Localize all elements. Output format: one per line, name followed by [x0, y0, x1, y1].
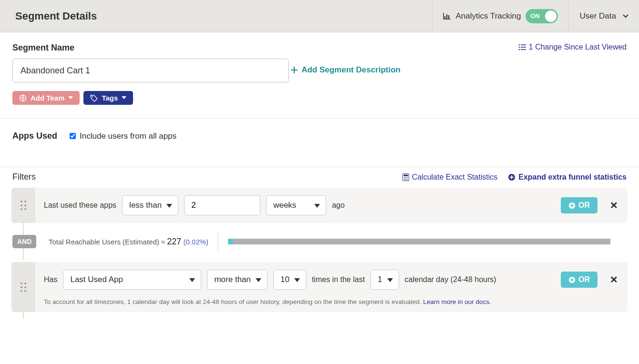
svg-point-3 — [519, 44, 520, 46]
svg-point-18 — [407, 179, 408, 180]
svg-point-15 — [407, 177, 408, 178]
plus-circle-icon — [568, 276, 576, 283]
svg-rect-12 — [403, 174, 408, 176]
filter2-operator-select[interactable]: more than — [207, 270, 268, 290]
expand-stats-link[interactable]: Expand extra funnel statistics — [508, 173, 627, 182]
svg-rect-0 — [444, 16, 445, 19]
filter-row-1: Last used these apps less than weeks ago… — [11, 188, 628, 223]
plus-circle-icon — [568, 202, 576, 209]
plus-icon — [291, 67, 298, 73]
plus-circle-icon — [508, 173, 515, 181]
svg-point-17 — [405, 179, 406, 180]
include-all-apps-field[interactable]: Include users from all apps — [70, 131, 176, 141]
calculator-icon — [402, 173, 409, 181]
apps-used-section: Apps Used Include users from all apps — [0, 119, 639, 153]
analytics-toggle[interactable]: ON — [526, 9, 558, 23]
add-or-button[interactable]: OR — [561, 197, 598, 213]
svg-rect-4 — [521, 44, 526, 45]
filter2-value-select[interactable]: 10 — [273, 270, 306, 290]
tag-icon — [90, 94, 98, 102]
add-team-button[interactable]: Add Team — [12, 91, 80, 105]
expand-stats-label: Expand extra funnel statistics — [518, 173, 627, 182]
calculate-stats-label: Calculate Exact Statistics — [412, 173, 498, 182]
add-team-label: Add Team — [31, 94, 64, 102]
drag-handle[interactable] — [11, 188, 35, 223]
filters-area: Last used these apps less than weeks ago… — [0, 188, 639, 328]
top-bar-right: Analytics Tracking ON User Data — [432, 0, 639, 32]
top-bar: Segment Details Analytics Tracking ON Us… — [0, 0, 639, 32]
svg-point-5 — [519, 47, 520, 48]
stat-value: 227 — [167, 237, 181, 246]
globe-icon — [19, 94, 27, 102]
segment-name-input[interactable] — [12, 59, 289, 82]
tags-button[interactable]: Tags — [83, 91, 133, 105]
filter2-lead: Has — [44, 275, 57, 284]
filter2-trail1: times in the last — [312, 275, 365, 284]
or-label: OR — [578, 201, 590, 210]
svg-rect-8 — [521, 49, 526, 50]
svg-rect-1 — [446, 14, 447, 19]
caret-down-icon — [122, 96, 126, 100]
svg-point-7 — [519, 49, 520, 51]
caret-down-icon — [68, 96, 73, 100]
filter-row-2: Has Last Used App more than 10 times in … — [11, 262, 628, 312]
svg-point-13 — [404, 177, 405, 178]
learn-more-link[interactable]: Learn more in our docs. — [423, 298, 491, 305]
reach-bar — [228, 239, 610, 244]
toggle-knob — [545, 10, 557, 22]
filter1-value-input[interactable] — [184, 195, 260, 215]
or-label: OR — [578, 275, 590, 284]
tags-label: Tags — [102, 94, 118, 102]
svg-rect-6 — [521, 47, 526, 48]
user-data-dropdown[interactable]: User Data — [568, 0, 639, 32]
filter1-trail: ago — [332, 201, 345, 210]
drag-handle[interactable] — [11, 262, 35, 312]
svg-point-10 — [92, 96, 93, 97]
list-icon — [518, 44, 526, 51]
segment-name-label: Segment Name — [12, 43, 74, 53]
reach-bar-fill — [228, 239, 233, 244]
stat-pct: (0.02%) — [184, 238, 209, 246]
and-connector: AND Total Reachable Users (Estimated) ≈ … — [11, 223, 628, 260]
segment-name-section: Segment Name 1 Change Since Last Viewed … — [0, 32, 639, 105]
chart-icon — [443, 13, 451, 20]
filters-title: Filters — [12, 172, 402, 182]
chevron-down-icon — [623, 14, 629, 18]
changes-link-text: 1 Change Since Last Viewed — [529, 43, 627, 51]
filter2-note: To account for all timezones, 1 calendar… — [44, 298, 619, 305]
filter2-days-select[interactable]: 1 — [371, 270, 399, 290]
svg-rect-2 — [448, 15, 449, 19]
remove-filter-button[interactable]: ✕ — [603, 200, 619, 211]
connector-tail — [11, 312, 628, 319]
page-title: Segment Details — [0, 10, 432, 22]
add-description-label: Add Segment Description — [301, 65, 401, 75]
include-all-apps-checkbox[interactable] — [70, 133, 76, 139]
apps-used-label: Apps Used — [12, 131, 57, 141]
filters-header: Filters Calculate Exact Statistics Expan… — [0, 167, 639, 186]
analytics-tracking-label: Analytics Tracking — [455, 11, 521, 21]
filter1-lead: Last used these apps — [44, 201, 116, 210]
filter2-event-select[interactable]: Last Used App — [63, 270, 201, 290]
remove-filter-button[interactable]: ✕ — [603, 274, 619, 285]
calculate-stats-link[interactable]: Calculate Exact Statistics — [402, 173, 498, 182]
analytics-tracking-cell: Analytics Tracking ON — [432, 0, 568, 32]
filter1-unit-select[interactable]: weeks — [266, 195, 326, 215]
svg-point-16 — [404, 179, 405, 180]
stat-lead: Total Reachable Users (Estimated) ≈ 227 … — [49, 237, 208, 247]
filter1-operator-select[interactable]: less than — [122, 195, 178, 215]
include-all-apps-label: Include users from all apps — [80, 131, 176, 141]
add-description-button[interactable]: Add Segment Description — [291, 65, 401, 75]
filter2-trail2: calendar day (24-48 hours) — [405, 275, 496, 284]
and-badge: AND — [12, 235, 36, 248]
add-or-button[interactable]: OR — [561, 272, 598, 288]
vertical-divider — [218, 232, 218, 252]
user-data-label: User Data — [579, 11, 616, 21]
changes-since-viewed-link[interactable]: 1 Change Since Last Viewed — [518, 43, 627, 51]
svg-point-14 — [405, 177, 406, 178]
toggle-state-label: ON — [530, 12, 540, 20]
